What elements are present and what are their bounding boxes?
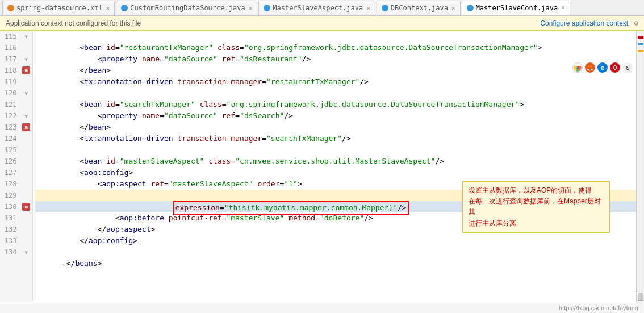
code-editor[interactable]: <bean id="restaurantTxManager" class="or… [33, 31, 636, 313]
scroll-thumb [638, 293, 643, 301]
tab-close-custom[interactable]: ✕ [249, 5, 253, 12]
annotation-box: 设置主从数据库，以及AOP的切面，使得 在每一次进行查询数据库前，在Mapper… [462, 181, 610, 233]
fold-icon: ▼ [24, 56, 28, 62]
tab-bar: spring-datasource.xml ✕ CustomRoutingDat… [0, 0, 644, 16]
marker-m-icon: m [22, 203, 30, 211]
gutter-row-129: 129 [0, 190, 32, 201]
code-line-134: -</beans> [35, 247, 636, 258]
gutter-row-131: 131 [0, 212, 32, 224]
firefox-icon[interactable]: 🦊 [585, 62, 595, 73]
annotation-line3: 进行主从库分离 [469, 219, 516, 227]
scroll-marker-red [638, 36, 643, 39]
annotation-line2: 在每一次进行查询数据库前，在Mapper层对其 [469, 197, 601, 216]
marker-m-icon: m [22, 123, 30, 131]
gutter-row-118: 118 m [0, 65, 32, 76]
gutter-row-121: 121 [0, 99, 32, 110]
editor-container: 115 ▼ 116 117 ▼ 118 m 119 120 ▼ 121 122 [0, 31, 644, 313]
tab-master-slave-conf[interactable]: MasterSlaveConf.java ✕ [462, 1, 570, 15]
gutter-row-123: 123 m [0, 122, 32, 133]
gutter-row-134: 134 ▼ [0, 247, 32, 258]
edge-icon[interactable]: e [597, 62, 608, 73]
tab-label: MasterSlaveConf.java [476, 4, 558, 12]
gutter-row-116: 116 [0, 42, 32, 53]
chrome-icon[interactable] [572, 62, 583, 73]
fold-icon-last: ▼ [24, 249, 28, 256]
gutter-row-125: 125 [0, 144, 32, 156]
gutter-row-120: 120 ▼ [0, 87, 32, 99]
tab-label: spring-datasource.xml [16, 4, 103, 12]
tab-db-context[interactable]: DBContext.java ✕ [377, 1, 461, 15]
warning-text: Application context not configured for t… [6, 19, 141, 27]
tab-label: CustomRoutingDataSource.java [130, 4, 245, 12]
tab-close-conf[interactable]: ✕ [561, 4, 565, 11]
gutter-row-132: 132 [0, 224, 32, 235]
fold-icon: ▼ [24, 90, 28, 97]
tab-label: DBContext.java [391, 4, 448, 12]
gutter-row-130: 130 m [0, 201, 32, 212]
code-line-125: <bean id="masterSlaveAspect" class="cn.m… [35, 144, 636, 156]
tab-close-spring[interactable]: ✕ [106, 5, 110, 12]
fold-icon: ▼ [24, 113, 28, 119]
expression-highlight: expression="this(tk.mybatis.mapper.commo… [173, 201, 409, 215]
code-line-115: <bean id="restaurantTxManager" class="or… [35, 31, 636, 42]
java-icon-active [467, 5, 474, 11]
code-line-118: <tx:annotation-driven transaction-manage… [35, 65, 636, 76]
code-line-120: <bean id="searchTxManager" class="org.sp… [35, 87, 636, 99]
java-icon [121, 5, 128, 11]
gutter-row-122: 122 ▼ [0, 110, 32, 122]
gear-icon[interactable]: ⚙ [634, 19, 638, 27]
code-line-123: <tx:annotation-driven transaction-manage… [35, 122, 636, 133]
tab-spring-datasource[interactable]: spring-datasource.xml ✕ [2, 1, 115, 15]
gutter-row-119: 119 [0, 76, 32, 87]
tab-close-db[interactable]: ✕ [451, 5, 455, 12]
annotation-line1: 设置主从数据库，以及AOP的切面，使得 [469, 186, 592, 194]
bottom-url: https://blog.csdn.net/JayInnn [559, 304, 638, 311]
refresh-icon[interactable]: ↻ [622, 62, 633, 73]
scroll-marker-blue [638, 43, 643, 45]
bottom-bar: https://blog.csdn.net/JayInnn [0, 302, 644, 313]
gutter-row-126: 126 [0, 156, 32, 167]
opera-icon[interactable]: O [610, 62, 620, 73]
gutter-row-117: 117 ▼ [0, 53, 32, 65]
scroll-marker-orange [638, 50, 643, 52]
browser-icons-panel: 🦊 e O ↻ [572, 62, 633, 73]
tab-master-slave-aspect[interactable]: MasterSlaveAspect.java ✕ [258, 1, 375, 15]
xml-icon [7, 5, 14, 11]
java-icon [382, 5, 388, 11]
right-scrollbar[interactable] [636, 31, 644, 313]
warning-bar: Application context not configured for t… [0, 16, 644, 31]
gutter-row-124: 124 [0, 133, 32, 144]
marker-m-icon: m [22, 66, 30, 74]
line-gutter: 115 ▼ 116 117 ▼ 118 m 119 120 ▼ 121 122 [0, 31, 33, 313]
tab-close-aspect[interactable]: ✕ [366, 5, 370, 12]
gutter-row-128: 128 [0, 178, 32, 190]
tab-custom-routing[interactable]: CustomRoutingDataSource.java ✕ [116, 1, 257, 15]
tab-label: MasterSlaveAspect.java [273, 4, 363, 12]
gutter-row-127: 127 [0, 167, 32, 178]
gutter-row-133: 133 [0, 235, 32, 247]
java-icon [264, 5, 270, 11]
fold-icon: ▼ [24, 34, 28, 40]
gutter-row-115: 115 ▼ [0, 31, 32, 42]
configure-link[interactable]: Configure application context [540, 19, 628, 27]
